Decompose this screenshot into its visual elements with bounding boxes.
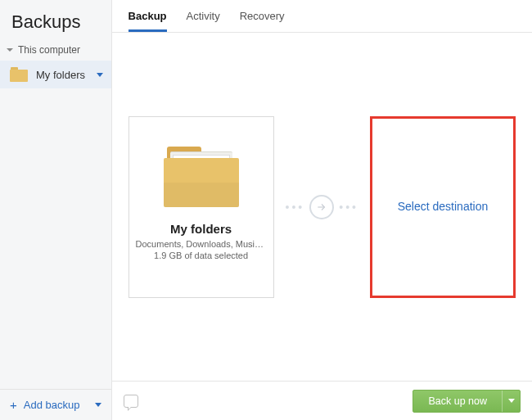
- destination-card[interactable]: Select destination: [370, 116, 516, 298]
- statusbar: Back up now: [112, 381, 532, 420]
- arrow-connector: ••• •••: [286, 195, 358, 219]
- collapse-icon: [7, 48, 13, 52]
- back-up-now-button[interactable]: Back up now: [413, 390, 521, 413]
- chevron-down-icon: [508, 399, 515, 403]
- sidebar-group-label: This computer: [18, 44, 80, 56]
- plus-icon: +: [10, 398, 17, 412]
- source-card[interactable]: My folders Documents, Downloads, Music, …: [128, 116, 274, 298]
- app-root: Backups This computer My folders + Add b…: [0, 0, 532, 420]
- tab-backup[interactable]: Backup: [128, 10, 167, 32]
- chevron-down-icon[interactable]: [97, 73, 103, 77]
- source-subtitle: 1.9 GB of data selected: [154, 251, 248, 260]
- sidebar-group-this-computer[interactable]: This computer: [0, 41, 111, 61]
- arrow-right-icon: [309, 195, 334, 219]
- back-up-now-label: Back up now: [413, 391, 502, 412]
- source-title: My folders: [170, 222, 232, 236]
- dots-icon: •••: [286, 201, 305, 214]
- back-up-now-dropdown[interactable]: [502, 391, 520, 412]
- sidebar-item-my-folders[interactable]: My folders: [0, 61, 111, 88]
- sidebar-item-label: My folders: [36, 69, 97, 81]
- sidebar-spacer: [0, 88, 111, 389]
- tab-recovery[interactable]: Recovery: [240, 10, 285, 29]
- folder-icon: [164, 147, 239, 207]
- content-area: My folders Documents, Downloads, Music, …: [112, 33, 532, 381]
- add-backup-button[interactable]: + Add backup: [0, 389, 111, 420]
- comment-icon[interactable]: [124, 395, 138, 408]
- folder-icon: [10, 67, 28, 82]
- sidebar: Backups This computer My folders + Add b…: [0, 0, 112, 420]
- add-backup-label: Add backup: [24, 399, 80, 411]
- tabs: Backup Activity Recovery: [112, 0, 532, 33]
- chevron-down-icon[interactable]: [95, 403, 101, 407]
- tab-activity[interactable]: Activity: [187, 10, 220, 29]
- destination-label: Select destination: [398, 199, 489, 215]
- source-description: Documents, Downloads, Music, Pi…: [136, 239, 267, 249]
- sidebar-title: Backups: [0, 0, 111, 41]
- main-panel: Backup Activity Recovery My folders Docu…: [112, 0, 532, 420]
- dots-icon: •••: [339, 201, 358, 214]
